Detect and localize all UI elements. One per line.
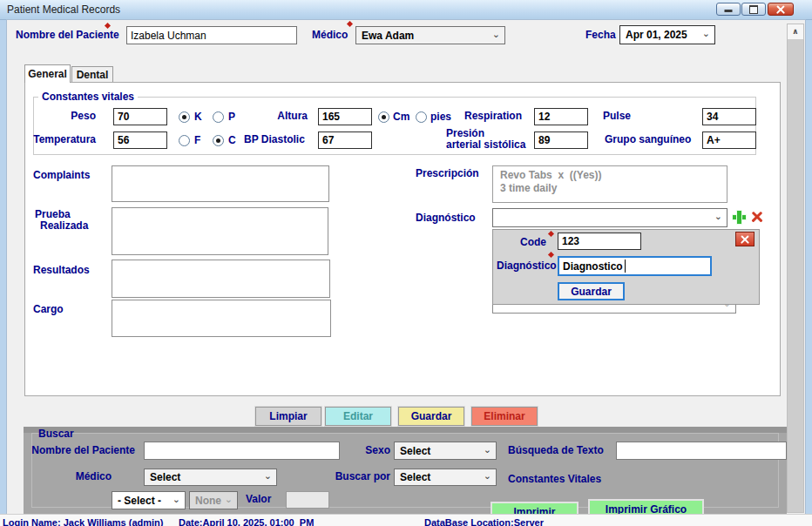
chevron-down-icon: ⌄ — [702, 30, 710, 38]
altura-unit-cm-label: Cm — [393, 111, 409, 123]
presion-sistolica-label-line2: arterial sistólica — [446, 139, 525, 151]
peso-unit-p-radio[interactable] — [213, 111, 224, 123]
peso-unit-p-label: P — [228, 111, 235, 123]
red-x-icon — [751, 212, 764, 223]
chevron-down-icon: ⌄ — [264, 472, 272, 481]
titlebar: Patient Medical Records — [0, 0, 812, 20]
eliminar-button[interactable]: Eliminar — [471, 407, 538, 426]
pulse-label: Pulse — [603, 111, 631, 122]
maximize-button[interactable] — [741, 3, 766, 16]
popup-guardar-button[interactable]: Guardar — [558, 282, 625, 300]
buscar-medico-select[interactable]: Select ⌄ — [144, 469, 277, 486]
complaints-textarea[interactable] — [112, 165, 329, 202]
resultados-textarea[interactable] — [112, 260, 330, 298]
buscar-por-select[interactable]: Select ⌄ — [394, 469, 497, 486]
guardar-button[interactable]: Guardar — [398, 407, 464, 426]
tab-dental[interactable]: Dental — [71, 66, 113, 83]
cargo-label: Cargo — [33, 304, 64, 315]
limpiar-button[interactable]: Limpiar — [255, 407, 321, 426]
chevron-down-icon: ⌄ — [173, 496, 180, 504]
prueba-realizada-textarea[interactable] — [112, 207, 328, 255]
status-login: Login Name: Jack Williams (admin) — [3, 517, 164, 526]
cargo-textarea[interactable] — [112, 300, 331, 337]
chevron-down-icon: ⌄ — [484, 446, 491, 455]
respiration-input[interactable] — [534, 108, 588, 125]
presion-sistolica-input[interactable] — [534, 132, 588, 149]
text-cursor — [625, 260, 626, 273]
temp-unit-c-label: C — [228, 135, 236, 146]
temp-unit-f-label: F — [194, 135, 200, 146]
close-icon — [775, 4, 786, 15]
popup-diagnostico-label: Diagnóstico — [497, 260, 557, 272]
criteria-select[interactable]: - Select - ⌄ — [112, 491, 186, 509]
prescripcion-label: Prescripción — [416, 168, 479, 179]
diagnostico-label: Diagnóstico — [416, 212, 476, 224]
delete-diagnostico-icon[interactable] — [750, 211, 764, 223]
peso-unit-k-radio[interactable] — [179, 111, 190, 123]
peso-unit-k-label: K — [194, 111, 202, 123]
minimize-button[interactable] — [716, 3, 741, 16]
altura-input[interactable] — [318, 108, 372, 125]
window-title: Patient Medical Records — [7, 3, 120, 16]
sexo-select[interactable]: Select ⌄ — [394, 442, 497, 460]
popup-close-button[interactable] — [735, 232, 754, 246]
status-database: DataBase Location:Server — [424, 517, 544, 526]
peso-input[interactable] — [113, 108, 167, 125]
sexo-selected-value: Select — [400, 445, 430, 457]
code-input[interactable] — [558, 233, 641, 250]
sexo-label: Sexo — [355, 445, 390, 456]
chevron-down-icon: ⌄ — [492, 30, 500, 39]
medico-label: Médico — [312, 30, 348, 41]
buscar-group-title: Buscar — [38, 428, 74, 440]
app-window: Patient Medical Records Nombre del Pacie… — [0, 0, 812, 526]
resultados-label: Resultados — [33, 265, 90, 276]
patient-name-label: Nombre del Paciente — [16, 30, 119, 41]
buscar-medico-label: Médico — [52, 471, 112, 482]
diagnostico-select[interactable]: ⌄ — [492, 208, 727, 227]
temperatura-input[interactable] — [113, 132, 167, 149]
vertical-scrollbar[interactable]: ∧ — [787, 24, 804, 513]
valor-label: Valor — [246, 494, 271, 505]
chevron-down-icon: ⌄ — [484, 472, 491, 481]
chevron-up-icon: ∧ — [792, 27, 798, 36]
editar-button[interactable]: Editar — [325, 407, 391, 426]
patient-name-input[interactable] — [126, 26, 297, 44]
prescripcion-box[interactable]: Revo Tabs x ((Yes)) 3 time daily — [492, 165, 727, 203]
complaints-label: Complaints — [33, 170, 90, 181]
prueba-realizada-label-line2: Realizada — [40, 220, 88, 232]
grupo-sanguineo-input[interactable] — [702, 132, 756, 149]
popup-diagnostico-input[interactable] — [558, 256, 712, 276]
busqueda-texto-input[interactable] — [616, 442, 787, 460]
chevron-down-icon: ⌄ — [714, 212, 722, 221]
bp-diastolic-label: BP Diastolic — [244, 134, 305, 145]
maximize-icon — [749, 5, 758, 14]
pulse-input[interactable] — [702, 108, 756, 125]
altura-unit-pies-radio[interactable] — [416, 111, 427, 123]
buscar-patient-input[interactable] — [144, 442, 340, 460]
fecha-picker[interactable]: Apr 01, 2025 ⌄ — [619, 25, 715, 44]
valor-input[interactable] — [286, 491, 329, 509]
respiration-label: Respiration — [464, 111, 522, 122]
statusbar: Login Name: Jack Williams (admin) Date:A… — [0, 514, 812, 526]
temp-unit-c-radio[interactable] — [213, 135, 224, 146]
medico-selected-value: Ewa Adam — [362, 30, 414, 42]
fecha-value: Apr 01, 2025 — [626, 29, 687, 41]
scroll-up-button[interactable]: ∧ — [788, 24, 803, 39]
operator-select[interactable]: None ⌄ — [189, 491, 238, 509]
buscar-por-label: Buscar por — [331, 471, 390, 482]
code-label: Code — [520, 237, 546, 248]
temperatura-label: Temperatura — [12, 134, 96, 145]
close-button[interactable] — [768, 3, 794, 16]
popup-close-icon — [740, 234, 750, 245]
medico-select[interactable]: Ewa Adam ⌄ — [355, 26, 505, 44]
bp-diastolic-input[interactable] — [318, 132, 372, 149]
tab-general[interactable]: General — [24, 64, 71, 83]
altura-unit-cm-radio[interactable] — [378, 111, 389, 123]
buscar-patient-label: Nombre del Paciente — [30, 445, 135, 456]
operator-selected-value: None — [195, 495, 221, 507]
add-diagnostico-icon[interactable] — [733, 211, 746, 224]
busqueda-texto-label: Búsqueda de Texto — [508, 445, 604, 456]
temp-unit-f-radio[interactable] — [179, 135, 190, 146]
criteria-selected-value: - Select - — [118, 495, 161, 507]
altura-unit-pies-label: pies — [430, 111, 451, 123]
